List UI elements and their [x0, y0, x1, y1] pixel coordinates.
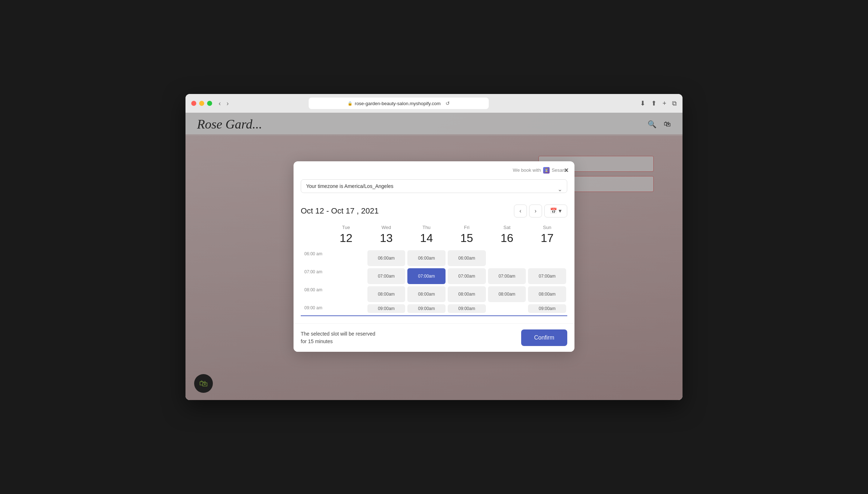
week-range: Oct 12 - Oct 17 , 2021 — [301, 206, 379, 216]
sesami-branding: We book with ⏳ Sesami — [513, 167, 567, 174]
calendar-header-grid: Tue 12 Wed 13 Thu 14 — [301, 222, 567, 249]
slot-fri-07am[interactable]: 07:00am — [448, 268, 486, 284]
confirm-button[interactable]: Confirm — [521, 329, 567, 346]
slot-cell-thu-09[interactable]: 09:00am — [406, 303, 447, 314]
slot-wed-07am[interactable]: 07:00am — [367, 268, 406, 284]
address-bar[interactable]: 🔒 rose-garden-beauty-salon.myshopify.com… — [309, 98, 489, 109]
week-header: Oct 12 - Oct 17 , 2021 ‹ › 📅 ▾ — [301, 205, 567, 217]
slot-wed-08am[interactable]: 08:00am — [367, 286, 406, 302]
slot-cell-wed-09[interactable]: 09:00am — [366, 303, 407, 314]
week-navigation: ‹ › 📅 ▾ — [514, 205, 567, 217]
day-header-sat: Sat 16 — [487, 222, 527, 249]
slot-cell-sun-08[interactable]: 08:00am — [527, 285, 567, 303]
slot-cell-fri-06[interactable]: 06:00am — [447, 249, 487, 267]
slot-cell-wed-07[interactable]: 07:00am — [366, 267, 407, 285]
slot-cell-fri-08[interactable]: 08:00am — [447, 285, 487, 303]
back-button[interactable]: ‹ — [216, 98, 223, 109]
day-number-16: 16 — [488, 232, 526, 245]
modal-header: We book with ⏳ Sesami × — [294, 161, 574, 174]
slot-cell-fri-07[interactable]: 07:00am — [447, 267, 487, 285]
reservation-notice: The selected slot will be reserved for 1… — [301, 330, 375, 345]
slot-tue-07 — [326, 267, 366, 285]
calendar-icon: 📅 — [550, 207, 557, 214]
slot-thu-08am[interactable]: 08:00am — [407, 286, 446, 302]
slot-fri-09am[interactable]: 09:00am — [448, 304, 486, 313]
slot-sat-06 — [487, 249, 527, 267]
slot-thu-09am[interactable]: 09:00am — [407, 304, 446, 313]
reload-button[interactable]: ↺ — [446, 100, 450, 106]
download-icon[interactable]: ⬇ — [640, 99, 645, 107]
slot-cell-wed-08[interactable]: 08:00am — [366, 285, 407, 303]
slot-cell-sat-07[interactable]: 07:00am — [487, 267, 527, 285]
timezone-select[interactable]: Your timezone is America/Los_Angeles — [301, 179, 567, 193]
slot-thu-06am[interactable]: 06:00am — [407, 250, 446, 266]
slot-tue-06 — [326, 249, 366, 267]
time-label-08am: 08:00 am — [301, 285, 326, 303]
calendar-toggle-arrow: ▾ — [559, 207, 561, 214]
day-number-14: 14 — [408, 232, 445, 245]
slot-fri-06am[interactable]: 06:00am — [448, 250, 486, 266]
url-text: rose-garden-beauty-salon.myshopify.com — [355, 101, 440, 106]
day-header-fri: Fri 15 — [447, 222, 487, 249]
day-header-wed: Wed 13 — [366, 222, 407, 249]
lock-icon: 🔒 — [348, 101, 353, 106]
reservation-line-1: The selected slot will be reserved — [301, 330, 375, 338]
share-icon[interactable]: ⬆ — [651, 99, 657, 107]
tabs-icon[interactable]: ⧉ — [672, 100, 677, 107]
slot-cell-sun-09[interactable]: 09:00am — [527, 303, 567, 314]
day-header-tue: Tue 12 — [326, 222, 366, 249]
slot-sat-08am[interactable]: 08:00am — [488, 286, 526, 302]
day-number-12: 12 — [327, 232, 365, 245]
slot-cell-thu-06[interactable]: 06:00am — [406, 249, 447, 267]
close-traffic-light[interactable] — [191, 101, 196, 106]
day-header-thu: Thu 14 — [406, 222, 447, 249]
day-name-sun: Sun — [528, 225, 566, 230]
slot-sun-08am[interactable]: 08:00am — [528, 286, 566, 302]
slot-sun-09am[interactable]: 09:00am — [528, 304, 566, 313]
slot-fri-08am[interactable]: 08:00am — [448, 286, 486, 302]
next-week-button[interactable]: › — [529, 205, 542, 217]
slot-cell-fri-09[interactable]: 09:00am — [447, 303, 487, 314]
calendar-toggle-button[interactable]: 📅 ▾ — [544, 205, 567, 217]
slot-sun-07am[interactable]: 07:00am — [528, 268, 566, 284]
slot-cell-sun-07[interactable]: 07:00am — [527, 267, 567, 285]
slot-sat-09 — [487, 303, 527, 314]
slot-cell-thu-07[interactable]: 07:00am — [406, 267, 447, 285]
browser-toolbar: ‹ › 🔒 rose-garden-beauty-salon.myshopify… — [185, 94, 683, 113]
modal-overlay: We book with ⏳ Sesami × Your timezone is… — [185, 113, 683, 400]
slot-cell-wed-06[interactable]: 06:00am — [366, 249, 407, 267]
time-label-09am: 09:00 am — [301, 303, 326, 314]
slot-cell-thu-08[interactable]: 08:00am — [406, 285, 447, 303]
day-number-17: 17 — [528, 232, 566, 245]
slot-wed-09am[interactable]: 09:00am — [367, 304, 406, 313]
slot-thu-07am-selected[interactable]: 07:00am — [407, 268, 446, 284]
nav-buttons: ‹ › — [216, 98, 231, 109]
forward-button[interactable]: › — [224, 98, 231, 109]
calendar-divider — [301, 315, 567, 316]
modal-footer: The selected slot will be reserved for 1… — [294, 323, 574, 352]
new-tab-icon[interactable]: + — [662, 100, 666, 107]
time-label-header — [301, 222, 326, 249]
browser-window: ‹ › 🔒 rose-garden-beauty-salon.myshopify… — [185, 94, 683, 400]
day-number-15: 15 — [448, 232, 486, 245]
slot-tue-08 — [326, 285, 366, 303]
prev-week-button[interactable]: ‹ — [514, 205, 527, 217]
website-background: Rose Gard... 🔍 🛍 🛍 We book with ⏳ — [185, 113, 683, 400]
day-name-wed: Wed — [368, 225, 405, 230]
timezone-wrapper: Your timezone is America/Los_Angeles — [301, 179, 567, 199]
close-button[interactable]: × — [564, 166, 569, 175]
modal-body: Your timezone is America/Los_Angeles Oct… — [294, 174, 574, 323]
slot-wed-06am[interactable]: 06:00am — [367, 250, 406, 266]
day-name-tue: Tue — [327, 225, 365, 230]
slot-tue-09 — [326, 303, 366, 314]
slot-cell-sat-08[interactable]: 08:00am — [487, 285, 527, 303]
slot-sat-07am[interactable]: 07:00am — [488, 268, 526, 284]
minimize-traffic-light[interactable] — [199, 101, 204, 106]
fullscreen-traffic-light[interactable] — [207, 101, 212, 106]
day-name-sat: Sat — [488, 225, 526, 230]
booking-modal: We book with ⏳ Sesami × Your timezone is… — [294, 161, 574, 352]
calendar-scroll[interactable]: 06:00 am 06:00am 06:00am 06:00am — [301, 249, 567, 314]
day-name-thu: Thu — [408, 225, 445, 230]
time-label-07am: 07:00 am — [301, 267, 326, 285]
calendar-time-grid: 06:00 am 06:00am 06:00am 06:00am — [301, 249, 567, 314]
